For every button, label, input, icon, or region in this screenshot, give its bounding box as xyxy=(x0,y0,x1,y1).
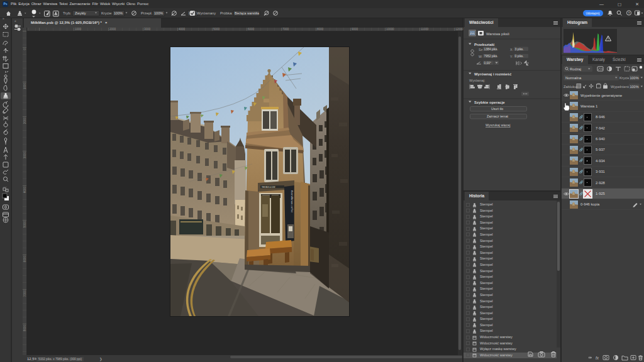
svg-text:Wyrównany: Wyrównany xyxy=(197,11,216,15)
svg-text:Rodzaj: Rodzaj xyxy=(570,67,581,71)
svg-text:X:: X: xyxy=(510,48,513,52)
svg-text:»: » xyxy=(3,16,4,20)
svg-text:Wypełnienie:: Wypełnienie: xyxy=(611,85,632,89)
svg-text:100%: 100% xyxy=(630,76,639,80)
svg-text:Zaznacz temat: Zaznacz temat xyxy=(487,114,509,118)
svg-text:Zwykły: Zwykły xyxy=(75,11,86,15)
svg-text:0 piks.: 0 piks. xyxy=(515,55,524,58)
svg-text:Przepł.:: Przepł.: xyxy=(141,11,153,15)
svg-text:100%: 100% xyxy=(154,11,163,15)
svg-text:Sz:: Sz: xyxy=(479,48,484,52)
svg-text:3 piks.: 3 piks. xyxy=(515,48,524,51)
svg-text:Krycie:: Krycie: xyxy=(101,11,113,15)
svg-text:100%: 100% xyxy=(114,11,123,15)
svg-text:0,00°: 0,00° xyxy=(484,62,492,65)
svg-text:themilkman.coffee: themilkman.coffee xyxy=(291,190,294,213)
svg-text:Próbka:: Próbka: xyxy=(220,11,233,15)
svg-text:Warstwa piksli: Warstwa piksli xyxy=(486,32,509,36)
svg-text:Przekształć: Przekształć xyxy=(474,43,495,47)
svg-text:Usuń tło: Usuń tło xyxy=(491,107,503,111)
svg-text:?: ? xyxy=(628,11,630,15)
svg-text:Wyrównaj:: Wyrównaj: xyxy=(469,79,486,82)
svg-text:Bieżąca warstwa: Bieżąca warstwa xyxy=(235,11,259,15)
svg-text:Y:: Y: xyxy=(510,55,513,58)
svg-text:100%: 100% xyxy=(630,85,639,89)
svg-text:1384 piks.: 1384 piks. xyxy=(484,48,498,51)
svg-text:Wyszukaj więcej: Wyszukaj więcej xyxy=(486,123,511,127)
svg-text:Szybkie operacje: Szybkie operacje xyxy=(474,101,505,104)
svg-text:Udostępnij: Udostępnij xyxy=(586,12,600,15)
svg-text:THE MILK & COW: THE MILK & COW xyxy=(262,186,275,189)
svg-text:Normalna: Normalna xyxy=(565,76,582,80)
svg-text:7952 piks.: 7952 piks. xyxy=(484,55,498,58)
svg-text:Wyrównaj i rozmieść: Wyrównaj i rozmieść xyxy=(474,72,512,76)
svg-text:…: … xyxy=(3,184,7,188)
svg-text:W:: W: xyxy=(479,55,482,58)
svg-text:fx: fx xyxy=(596,356,599,360)
svg-text:Zablokuj:: Zablokuj: xyxy=(564,85,579,89)
svg-text:Tryb:: Tryb: xyxy=(63,11,71,15)
